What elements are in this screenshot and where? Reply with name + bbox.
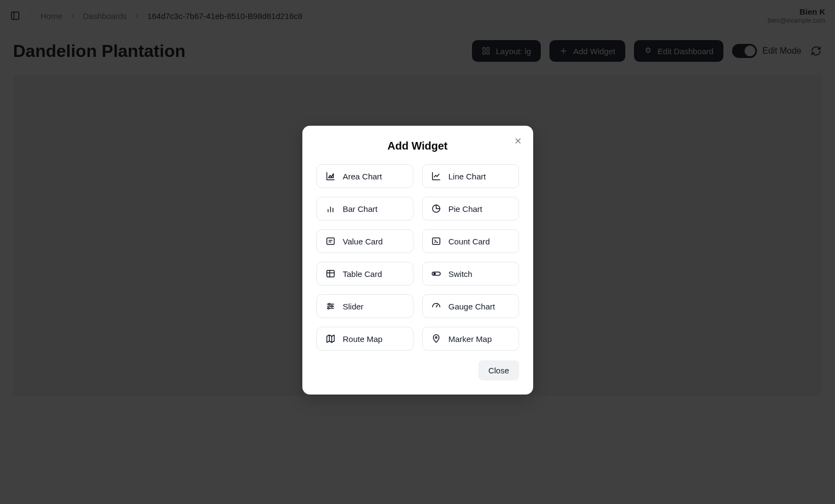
widget-option-switch[interactable]: Switch bbox=[422, 262, 519, 286]
count-card-icon bbox=[431, 236, 441, 246]
close-icon bbox=[514, 137, 522, 145]
pie-chart-icon bbox=[431, 204, 441, 214]
modal-footer: Close bbox=[316, 360, 519, 380]
route-map-icon bbox=[326, 334, 335, 344]
widget-option-slider[interactable]: Slider bbox=[316, 294, 413, 318]
widget-option-pie-chart[interactable]: Pie Chart bbox=[422, 197, 519, 221]
svg-point-26 bbox=[331, 306, 332, 307]
modal-overlay[interactable]: Add Widget Area Chart L bbox=[0, 0, 835, 504]
widget-option-line-chart[interactable]: Line Chart bbox=[422, 164, 519, 188]
widget-option-marker-map[interactable]: Marker Map bbox=[422, 327, 519, 351]
widget-option-count-card[interactable]: Count Card bbox=[422, 229, 519, 253]
widget-option-area-chart[interactable]: Area Chart bbox=[316, 164, 413, 188]
svg-rect-13 bbox=[327, 238, 334, 244]
gauge-icon bbox=[431, 301, 441, 311]
table-icon bbox=[326, 269, 335, 279]
line-chart-icon bbox=[431, 171, 441, 181]
widget-option-label: Marker Map bbox=[449, 334, 492, 344]
widget-option-label: Table Card bbox=[343, 269, 383, 279]
modal-close-button[interactable] bbox=[513, 135, 523, 146]
area-chart-icon bbox=[326, 171, 335, 181]
widget-option-label: Bar Chart bbox=[343, 204, 378, 214]
add-widget-modal: Add Widget Area Chart L bbox=[302, 126, 533, 395]
widget-option-bar-chart[interactable]: Bar Chart bbox=[316, 197, 413, 221]
svg-line-29 bbox=[436, 305, 437, 307]
modal-title: Add Widget bbox=[316, 140, 519, 152]
widget-option-label: Pie Chart bbox=[449, 204, 483, 214]
widget-option-label: Route Map bbox=[343, 334, 383, 344]
widget-option-route-map[interactable]: Route Map bbox=[316, 327, 413, 351]
svg-point-28 bbox=[327, 307, 329, 309]
widget-option-label: Value Card bbox=[343, 237, 383, 246]
svg-point-22 bbox=[433, 273, 435, 275]
widget-options-grid: Area Chart Line Chart bbox=[316, 164, 519, 351]
widget-option-label: Slider bbox=[343, 302, 364, 311]
marker-map-icon bbox=[431, 334, 441, 344]
switch-icon bbox=[431, 269, 441, 279]
svg-point-24 bbox=[328, 303, 330, 305]
svg-point-33 bbox=[435, 337, 437, 338]
svg-marker-30 bbox=[327, 335, 334, 343]
slider-icon bbox=[326, 301, 335, 311]
widget-option-label: Gauge Chart bbox=[449, 302, 495, 311]
svg-rect-18 bbox=[327, 270, 334, 277]
widget-option-label: Line Chart bbox=[449, 172, 486, 181]
widget-option-label: Area Chart bbox=[343, 172, 383, 181]
widget-option-value-card[interactable]: Value Card bbox=[316, 229, 413, 253]
widget-option-label: Switch bbox=[449, 269, 472, 279]
widget-option-gauge-chart[interactable]: Gauge Chart bbox=[422, 294, 519, 318]
modal-close-footer-button[interactable]: Close bbox=[478, 360, 519, 380]
widget-option-label: Count Card bbox=[449, 237, 490, 246]
bar-chart-icon bbox=[326, 204, 335, 214]
widget-option-table-card[interactable]: Table Card bbox=[316, 262, 413, 286]
value-card-icon bbox=[326, 236, 335, 246]
